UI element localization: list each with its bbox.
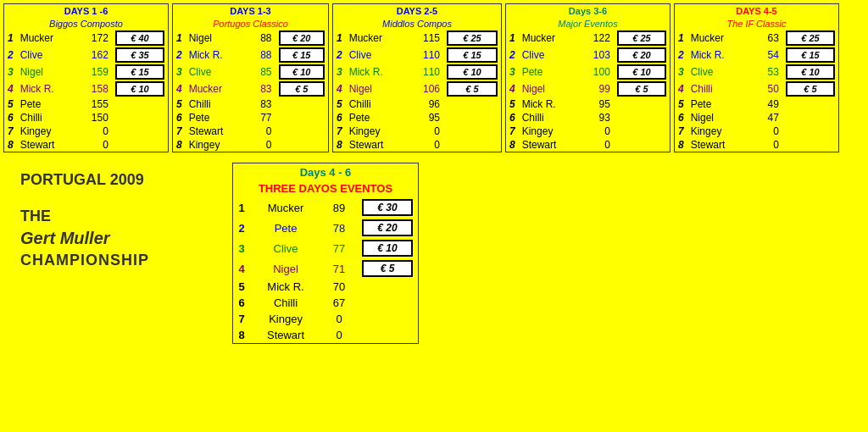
rank-cell: 5	[333, 97, 346, 111]
rank-cell: 1	[4, 30, 17, 47]
table-row: 2Clive110€ 15	[333, 47, 501, 64]
score-cell: 100	[580, 64, 614, 80]
rank-cell: 8	[233, 327, 250, 343]
score-cell: 95	[409, 111, 443, 125]
table-row: 2Clive103€ 20	[506, 47, 670, 64]
prize-cell	[443, 138, 501, 152]
prize-cell: € 15	[275, 47, 328, 64]
rank-cell: 8	[675, 138, 687, 152]
prize-cell	[443, 97, 501, 111]
tournament-days1-6: DAYS 1 -6Biggos Composto1Mucker172€ 402C…	[3, 3, 169, 152]
rank-cell: 7	[233, 311, 250, 327]
rank-cell: 4	[233, 258, 250, 279]
score-cell: 67	[321, 295, 357, 311]
name-cell: Mucker	[17, 30, 78, 47]
tournament-table-days1-3: 1Nigel88€ 202Mick R.88€ 153Clive85€ 104M…	[173, 30, 328, 152]
table-row: 1Nigel88€ 20	[173, 30, 328, 47]
days46-block: Days 4 - 6THREE DAYOS EVENTOS1Mucker89€ …	[232, 163, 419, 344]
prize-cell	[782, 111, 838, 125]
score-cell: 54	[748, 47, 782, 64]
name-cell: Clive	[346, 47, 409, 64]
prize-cell	[782, 138, 838, 152]
portugal-info: PORTUGAL 2009 THE Gert Muller CHAMPIONSH…	[3, 163, 224, 344]
prize-box: € 5	[617, 81, 666, 97]
table-row: 7Kingey0	[506, 125, 670, 138]
prize-cell	[112, 125, 168, 138]
rank-cell: 5	[506, 97, 519, 111]
score-cell: 0	[748, 138, 782, 152]
name-cell: Chilli	[519, 111, 580, 125]
table-row: 8Stewart0	[506, 138, 670, 152]
tournament-days4-5: DAYS 4-5The IF Classic1Mucker63€ 252Mick…	[674, 3, 839, 152]
name-cell: Chilli	[346, 97, 409, 111]
table-row: 1Mucker89€ 30	[233, 197, 418, 218]
table-row: 7Kingey0	[675, 125, 838, 138]
score-cell: 63	[748, 30, 782, 47]
name-cell: Mucker	[346, 30, 409, 47]
table-row: 8Stewart0	[675, 138, 838, 152]
tournament-table-days3-6: 1Mucker122€ 252Clive103€ 203Pete100€ 104…	[506, 30, 670, 152]
name-cell: Nigel	[346, 80, 409, 97]
name-cell: Kingey	[250, 311, 321, 327]
score-cell: 96	[409, 97, 443, 111]
table-row: 6Pete77	[173, 111, 328, 125]
rank-cell: 8	[333, 138, 346, 152]
prize-cell: € 10	[614, 64, 670, 80]
table-row: 3Mick R.110€ 10	[333, 64, 501, 80]
score-cell: 85	[243, 64, 275, 80]
name-cell: Kingey	[519, 125, 580, 138]
table-row: 7Kingey0	[4, 125, 168, 138]
prize-cell: € 25	[782, 30, 838, 47]
rank-cell: 2	[173, 47, 186, 64]
name-cell: Pete	[346, 111, 409, 125]
prize-box: € 10	[115, 81, 164, 97]
prize-box: € 20	[362, 219, 413, 236]
score-cell: 162	[78, 47, 112, 64]
prize-box: € 10	[447, 64, 498, 80]
days46-table: 1Mucker89€ 302Pete78€ 203Clive77€ 104Nig…	[233, 197, 418, 343]
rank-cell: 2	[333, 47, 346, 64]
name-cell: Chilli	[17, 111, 78, 125]
name-cell: Kingey	[186, 138, 243, 152]
prize-cell: € 20	[357, 218, 418, 238]
prize-cell	[782, 97, 838, 111]
name-cell: Pete	[17, 97, 78, 111]
prize-cell	[357, 279, 418, 295]
table-row: 5Mick R.95	[506, 97, 670, 111]
table-row: 7Kingey0	[333, 125, 501, 138]
name-cell: Kingey	[687, 125, 748, 138]
rank-cell: 7	[506, 125, 519, 138]
table-row: 3Clive77€ 10	[233, 238, 418, 258]
prize-box: € 25	[447, 30, 498, 46]
table-row: 5Mick R.70	[233, 279, 418, 295]
score-cell: 0	[580, 125, 614, 138]
prize-cell	[443, 125, 501, 138]
score-cell: 77	[321, 238, 357, 258]
prize-box: € 30	[362, 199, 413, 216]
top-tournaments: DAYS 1 -6Biggos Composto1Mucker172€ 402C…	[0, 0, 868, 156]
prize-cell	[614, 111, 670, 125]
rank-cell: 3	[506, 64, 519, 80]
name-cell: Clive	[687, 64, 748, 80]
prize-cell: € 35	[112, 47, 168, 64]
prize-box: € 25	[617, 30, 666, 46]
rank-cell: 4	[4, 80, 17, 97]
tournament-days3-6: Days 3-6Major Eventos1Mucker122€ 252Cliv…	[505, 3, 670, 152]
prize-cell	[614, 97, 670, 111]
score-cell: 122	[580, 30, 614, 47]
score-cell: 0	[580, 138, 614, 152]
score-cell: 71	[321, 258, 357, 279]
score-cell: 115	[409, 30, 443, 47]
name-cell: Stewart	[250, 327, 321, 343]
rank-cell: 3	[675, 64, 687, 80]
tournament-subheader-days2-5: Middlos Compos	[333, 18, 501, 30]
table-row: 8Stewart0	[333, 138, 501, 152]
rank-cell: 4	[506, 80, 519, 97]
days46-header: Days 4 - 6	[233, 163, 418, 181]
rank-cell: 5	[233, 279, 250, 295]
tournament-subheader-days1-3: Portugos Classico	[173, 18, 328, 30]
rank-cell: 4	[675, 80, 687, 97]
table-row: 8Stewart0	[233, 327, 418, 343]
score-cell: 70	[321, 279, 357, 295]
name-cell: Stewart	[687, 138, 748, 152]
